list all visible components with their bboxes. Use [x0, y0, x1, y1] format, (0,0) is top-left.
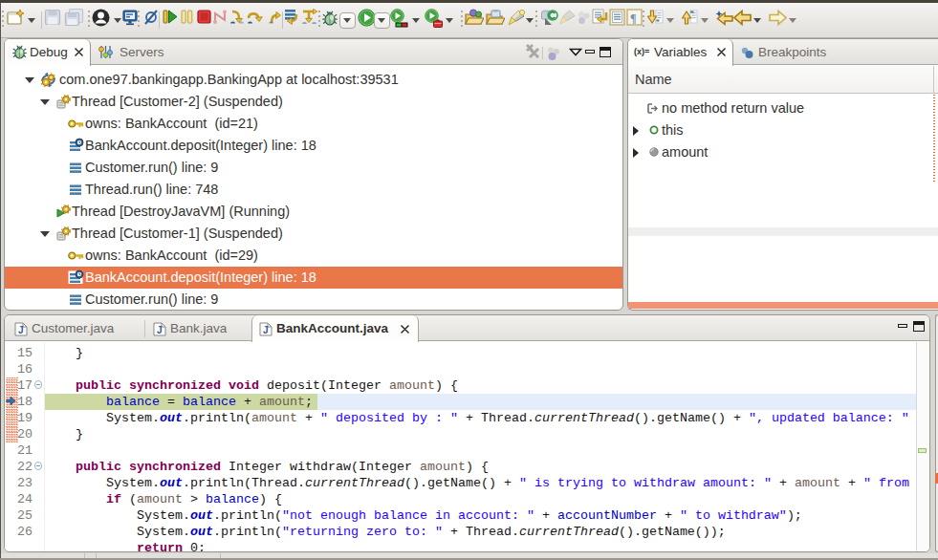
svg-text:¶: ¶: [630, 11, 636, 25]
